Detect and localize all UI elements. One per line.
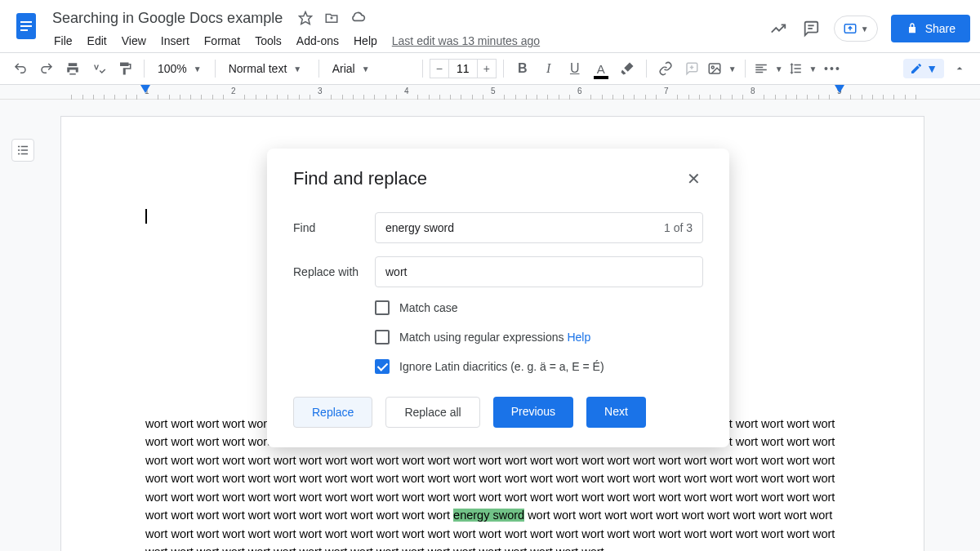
find-input[interactable]: energy sword 1 of 3 xyxy=(375,212,703,243)
replace-all-button[interactable]: Replace all xyxy=(385,397,479,428)
next-button[interactable]: Next xyxy=(586,397,646,428)
close-icon[interactable]: ✕ xyxy=(684,169,703,189)
font-size-decrease[interactable]: − xyxy=(430,59,449,78)
lock-icon xyxy=(906,22,919,35)
svg-marker-4 xyxy=(300,12,312,24)
share-button[interactable]: Share xyxy=(891,15,970,42)
match-case-option[interactable]: Match case xyxy=(375,300,703,315)
line-spacing-button[interactable]: ▼ xyxy=(786,61,819,76)
checkbox-icon xyxy=(375,300,390,315)
docs-logo[interactable] xyxy=(10,10,42,42)
pencil-icon xyxy=(910,62,923,75)
spellcheck-button[interactable] xyxy=(87,56,111,81)
redo-button[interactable] xyxy=(34,56,59,81)
regex-help-link[interactable]: Help xyxy=(567,331,590,344)
checkbox-checked-icon xyxy=(375,359,390,374)
svg-point-11 xyxy=(711,66,714,69)
move-icon[interactable] xyxy=(323,10,340,26)
font-size-input[interactable] xyxy=(449,59,477,78)
title-area: Searching in Google Docs example File Ed… xyxy=(47,7,768,52)
menu-view[interactable]: View xyxy=(115,31,153,51)
undo-button[interactable] xyxy=(8,56,33,81)
highlight-color-button[interactable] xyxy=(615,56,639,81)
document-title[interactable]: Searching in Google Docs example xyxy=(47,8,287,29)
cloud-status-icon[interactable] xyxy=(350,10,366,26)
replace-button[interactable]: Replace xyxy=(293,397,372,428)
text-color-button[interactable]: A xyxy=(589,56,613,81)
regex-option[interactable]: Match using regular expressions Help xyxy=(375,330,703,344)
align-button[interactable]: ▼ xyxy=(752,61,785,76)
activity-icon[interactable] xyxy=(768,19,788,38)
previous-button[interactable]: Previous xyxy=(493,397,573,428)
insert-image-button[interactable]: ▼ xyxy=(706,61,738,76)
replace-input[interactable]: wort xyxy=(375,256,703,287)
bold-button[interactable]: B xyxy=(510,56,535,81)
horizontal-ruler[interactable]: 123456789 xyxy=(0,85,980,100)
find-replace-dialog: Find and replace ✕ Find energy sword 1 o… xyxy=(267,149,729,447)
svg-rect-2 xyxy=(20,25,32,27)
find-input-value: energy sword xyxy=(385,221,454,234)
search-highlight: energy sword xyxy=(453,509,524,522)
insert-comment-button[interactable] xyxy=(679,56,704,81)
toolbar: 100%▼ Normal text▼ Arial▼ − + B I U A ▼ … xyxy=(0,52,980,85)
outline-toggle-button[interactable] xyxy=(11,139,34,162)
checkbox-icon xyxy=(375,330,390,344)
svg-rect-3 xyxy=(20,29,28,31)
underline-button[interactable]: U xyxy=(563,56,587,81)
menu-format[interactable]: Format xyxy=(198,31,247,51)
replace-label: Replace with xyxy=(293,265,375,278)
insert-link-button[interactable] xyxy=(653,56,678,81)
title-row: Searching in Google Docs example xyxy=(47,7,768,29)
find-label: Find xyxy=(293,221,375,234)
replace-input-value: wort xyxy=(385,265,407,278)
text-cursor xyxy=(145,209,147,224)
menu-insert[interactable]: Insert xyxy=(154,31,196,51)
svg-rect-1 xyxy=(20,21,32,23)
match-count: 1 of 3 xyxy=(664,221,693,234)
menu-help[interactable]: Help xyxy=(347,31,384,51)
font-dropdown[interactable]: Arial▼ xyxy=(326,62,416,75)
editing-mode-button[interactable]: ▼ xyxy=(903,59,944,78)
font-size-control: − + xyxy=(430,59,497,78)
share-label: Share xyxy=(925,22,956,35)
font-size-increase[interactable]: + xyxy=(477,59,497,78)
docs-icon xyxy=(11,11,41,41)
comments-icon[interactable] xyxy=(801,19,821,38)
last-edit-link[interactable]: Last edit was 13 minutes ago xyxy=(385,31,546,51)
paint-format-button[interactable] xyxy=(113,56,137,81)
hide-menus-button[interactable] xyxy=(947,56,972,81)
diacritics-option[interactable]: Ignore Latin diacritics (e. g. ä = a, E … xyxy=(375,359,703,374)
zoom-dropdown[interactable]: 100%▼ xyxy=(151,62,208,75)
menu-tools[interactable]: Tools xyxy=(248,31,288,51)
menu-edit[interactable]: Edit xyxy=(81,31,114,51)
menu-addons[interactable]: Add-ons xyxy=(290,31,345,51)
header-actions: ▼ Share xyxy=(768,7,970,42)
dialog-title: Find and replace xyxy=(293,168,427,189)
menu-file[interactable]: File xyxy=(47,31,79,51)
app-header: Searching in Google Docs example File Ed… xyxy=(0,0,980,52)
paragraph-style-dropdown[interactable]: Normal text▼ xyxy=(222,62,312,75)
more-button[interactable]: ••• xyxy=(820,56,844,81)
present-button[interactable]: ▼ xyxy=(834,16,878,42)
menubar: File Edit View Insert Format Tools Add-o… xyxy=(47,29,768,52)
star-icon[interactable] xyxy=(297,10,314,26)
print-button[interactable] xyxy=(60,56,85,81)
italic-button[interactable]: I xyxy=(537,56,561,81)
